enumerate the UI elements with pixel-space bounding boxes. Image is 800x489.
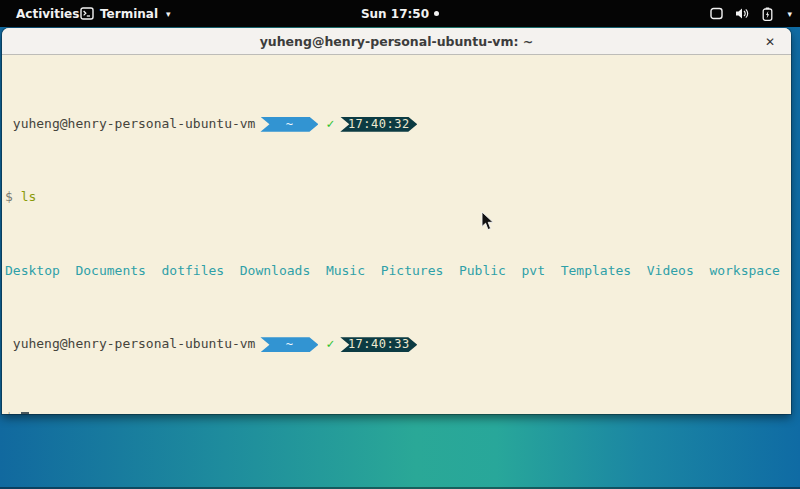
prompt-user-host: yuheng@henry-personal-ubuntu-vm — [13, 117, 256, 132]
directory-entry: Videos — [647, 264, 694, 279]
prompt-status-check-icon: ✓ — [326, 117, 334, 132]
mouse-cursor-icon — [481, 211, 494, 235]
ls-output-line: Desktop Documents dotfiles Downloads Mus… — [5, 264, 788, 279]
terminal-content[interactable]: yuheng@henry-personal-ubuntu-vm ~ ✓ 17:4… — [2, 55, 791, 413]
prompt-time-segment: 17:40:32 — [340, 117, 417, 132]
prompt-line: yuheng@henry-personal-ubuntu-vm ~ ✓ 17:4… — [5, 337, 788, 352]
prompt-char: $ — [5, 411, 13, 414]
prompt-status-check-icon: ✓ — [326, 337, 334, 352]
titlebar[interactable]: yuheng@henry-personal-ubuntu-vm: ~ ✕ — [2, 28, 791, 55]
chevron-down-icon: ▾ — [787, 9, 792, 19]
directory-entry: Templates — [561, 264, 631, 279]
directory-entry: workspace — [709, 264, 779, 279]
prompt-char: $ — [5, 190, 13, 205]
directory-entry: Pictures — [381, 264, 444, 279]
command-line: $ ls — [5, 190, 788, 205]
clock-menu[interactable]: Sun 17:50 — [0, 0, 800, 27]
directory-entry: Documents — [75, 264, 145, 279]
desktop-background: Activities Terminal ▾ Sun 17:50 — [0, 0, 800, 489]
notification-dot-icon — [434, 11, 439, 16]
top-bar: Activities Terminal ▾ Sun 17:50 — [0, 0, 800, 27]
battery-charging-icon — [762, 7, 773, 21]
text-cursor — [21, 412, 29, 414]
prompt-user-host: yuheng@henry-personal-ubuntu-vm — [13, 337, 256, 352]
directory-entry: Downloads — [240, 264, 310, 279]
window-title: yuheng@henry-personal-ubuntu-vm: ~ — [260, 34, 534, 49]
prompt-cwd-segment: ~ — [260, 337, 318, 352]
prompt-line: yuheng@henry-personal-ubuntu-vm ~ ✓ 17:4… — [5, 117, 788, 132]
active-command-line[interactable]: $ — [5, 411, 788, 414]
system-status-area[interactable]: ▾ — [710, 0, 792, 27]
prompt-cwd-segment: ~ — [260, 117, 318, 132]
close-button[interactable]: ✕ — [759, 28, 781, 55]
volume-icon — [735, 7, 750, 20]
directory-entry: pvt — [522, 264, 545, 279]
directory-entry: dotfiles — [162, 264, 225, 279]
command-text: ls — [21, 190, 37, 205]
display-icon — [710, 7, 723, 20]
clock-label: Sun 17:50 — [361, 7, 429, 21]
terminal-window: yuheng@henry-personal-ubuntu-vm: ~ ✕ yuh… — [2, 28, 791, 414]
directory-entry: Music — [326, 264, 365, 279]
directory-entry: Desktop — [5, 264, 60, 279]
directory-entry: Public — [459, 264, 506, 279]
prompt-time-segment: 17:40:33 — [340, 337, 417, 352]
